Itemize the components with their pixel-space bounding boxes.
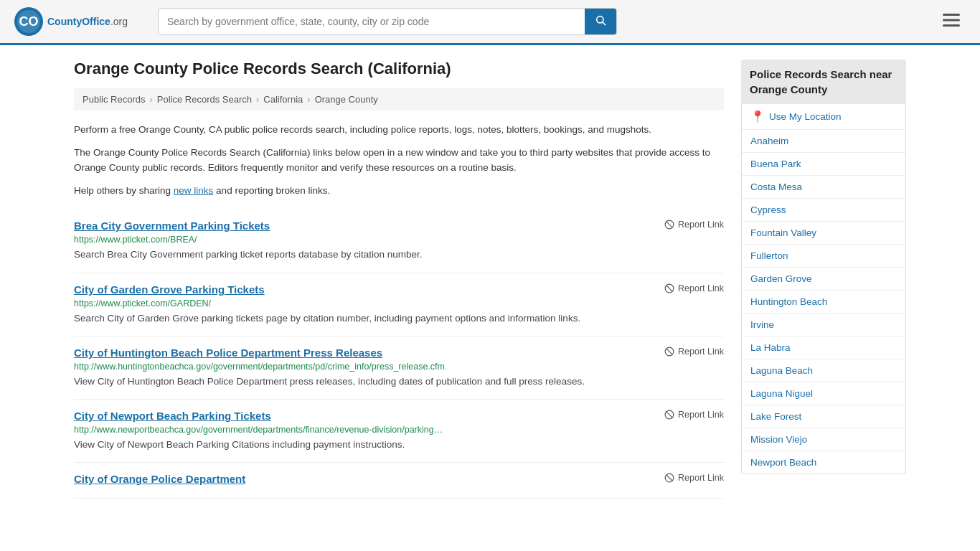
breadcrumb-sep-2: › (256, 94, 259, 105)
main-content: Orange County Police Records Search (Cal… (74, 60, 724, 499)
sidebar-city-link[interactable]: Laguna Beach (742, 359, 905, 382)
result-desc: View City of Newport Beach Parking Citat… (74, 438, 724, 452)
breadcrumb-california[interactable]: California (263, 94, 303, 105)
result-url: https://www.pticket.com/BREA/ (74, 235, 724, 245)
sidebar-links-list: AnaheimBuena ParkCosta MesaCypressFounta… (742, 130, 905, 474)
svg-line-4 (603, 22, 606, 25)
result-title[interactable]: City of Garden Grove Parking Tickets (74, 283, 265, 296)
result-title[interactable]: City of Huntington Beach Police Departme… (74, 347, 382, 359)
result-title[interactable]: City of Newport Beach Parking Tickets (74, 410, 271, 422)
result-item: City of Huntington Beach Police Departme… (74, 336, 724, 400)
result-url: https://www.pticket.com/GARDEN/ (74, 298, 724, 309)
result-item: City of Newport Beach Parking Tickets Re… (74, 400, 724, 463)
use-location-label: Use My Location (769, 111, 842, 122)
search-button[interactable] (585, 9, 616, 34)
sidebar-city-link[interactable]: Huntington Beach (742, 291, 905, 314)
result-item: City of Orange Police Department Report … (74, 463, 724, 499)
new-links-link[interactable]: new links (174, 185, 214, 196)
sidebar-city-link[interactable]: Garden Grove (742, 268, 905, 291)
sidebar-city-link[interactable]: La Habra (742, 336, 905, 359)
svg-line-15 (666, 412, 672, 418)
svg-line-9 (666, 222, 672, 227)
breadcrumb-police-records-search[interactable]: Police Records Search (157, 94, 252, 105)
report-icon (664, 473, 674, 483)
result-title[interactable]: City of Orange Police Department (74, 473, 245, 485)
svg-line-13 (666, 349, 672, 354)
search-icon (595, 14, 606, 26)
report-icon (664, 220, 674, 230)
result-title[interactable]: Brea City Government Parking Tickets (74, 220, 270, 232)
sidebar-title: Police Records Search near Orange County (741, 60, 906, 104)
svg-line-11 (666, 286, 672, 291)
logo-text: CountyOffice.org (47, 16, 128, 27)
result-desc: View City of Huntington Beach Police Dep… (74, 375, 724, 389)
breadcrumb-sep-3: › (307, 94, 310, 105)
menu-button[interactable] (937, 9, 966, 34)
report-link[interactable]: Report Link (664, 410, 724, 420)
search-input[interactable] (159, 10, 585, 33)
hamburger-icon (943, 14, 960, 27)
report-link[interactable]: Report Link (664, 347, 724, 357)
svg-rect-7 (943, 24, 960, 27)
result-desc: Search Brea City Government parking tick… (74, 248, 724, 262)
report-link[interactable]: Report Link (664, 220, 724, 230)
description-para3: Help others by sharing new links and rep… (74, 183, 724, 199)
sidebar: Police Records Search near Orange County… (741, 60, 906, 499)
search-bar (158, 8, 617, 35)
sidebar-city-link[interactable]: Newport Beach (742, 451, 905, 474)
sidebar-city-link[interactable]: Laguna Niguel (742, 382, 905, 405)
sidebar-city-link[interactable]: Fullerton (742, 245, 905, 268)
report-icon (664, 283, 674, 293)
logo[interactable]: CO CountyOffice.org (14, 7, 143, 36)
use-my-location[interactable]: 📍 Use My Location (742, 104, 905, 130)
page-title: Orange County Police Records Search (Cal… (74, 60, 724, 78)
result-url: http://www.newportbeachca.gov/government… (74, 425, 724, 435)
svg-rect-6 (943, 19, 960, 22)
description-para2: The Orange County Police Records Search … (74, 145, 724, 176)
sidebar-links: 📍 Use My Location AnaheimBuena ParkCosta… (741, 104, 906, 474)
results-list: Brea City Government Parking Tickets Rep… (74, 209, 724, 499)
logo-icon: CO (14, 7, 43, 36)
result-desc: Search City of Garden Grove parking tick… (74, 311, 724, 326)
report-icon (664, 347, 674, 357)
sidebar-city-link[interactable]: Anaheim (742, 130, 905, 153)
main-container: Orange County Police Records Search (Cal… (60, 45, 920, 513)
pin-icon: 📍 (750, 110, 765, 123)
report-link[interactable]: Report Link (664, 473, 724, 483)
breadcrumb-sep-1: › (149, 94, 152, 105)
sidebar-city-link[interactable]: Mission Viejo (742, 428, 905, 451)
sidebar-city-link[interactable]: Buena Park (742, 153, 905, 176)
svg-text:CO: CO (19, 14, 39, 29)
sidebar-city-link[interactable]: Irvine (742, 314, 905, 336)
breadcrumb-public-records[interactable]: Public Records (83, 94, 145, 105)
result-item: City of Garden Grove Parking Tickets Rep… (74, 273, 724, 336)
result-item: Brea City Government Parking Tickets Rep… (74, 209, 724, 273)
breadcrumb: Public Records › Police Records Search ›… (74, 88, 724, 110)
sidebar-city-link[interactable]: Cypress (742, 199, 905, 222)
sidebar-city-link[interactable]: Fountain Valley (742, 222, 905, 245)
report-icon (664, 410, 674, 420)
report-link[interactable]: Report Link (664, 283, 724, 293)
description-para1: Perform a free Orange County, CA public … (74, 122, 724, 138)
svg-rect-5 (943, 14, 960, 16)
sidebar-city-link[interactable]: Lake Forest (742, 405, 905, 428)
site-header: CO CountyOffice.org (0, 0, 980, 45)
sidebar-city-link[interactable]: Costa Mesa (742, 176, 905, 199)
result-url: http://www.huntingtonbeachca.gov/governm… (74, 362, 724, 372)
breadcrumb-orange-county[interactable]: Orange County (315, 94, 378, 105)
svg-line-17 (666, 475, 672, 481)
